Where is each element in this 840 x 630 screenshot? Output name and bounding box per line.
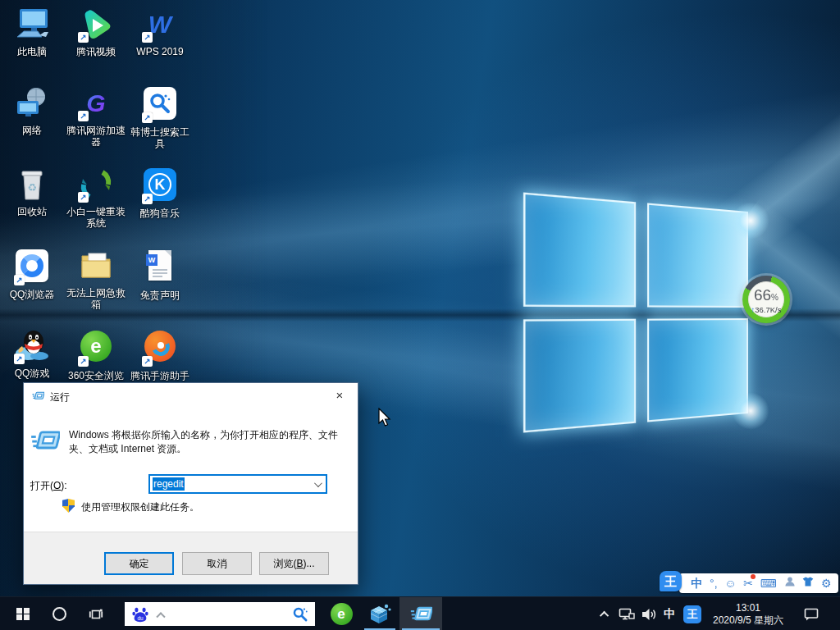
desktop-icon-label: 腾讯网游加速器 (64, 125, 128, 148)
desktop-icon-360-browser[interactable]: e ↗ 360安全浏览 (64, 328, 128, 381)
desktop-icon-label: 无法上网急救箱 (64, 287, 128, 310)
ime-punctuation-icon[interactable]: °, (710, 573, 718, 593)
tray-show-hidden-icons[interactable] (596, 597, 615, 630)
desktop-icon-label: 回收站 (0, 206, 64, 217)
qq-browser-icon: ↗ (14, 249, 50, 285)
desktop-icon-label: QQ浏览器 (0, 289, 64, 300)
desktop-screen: 此电脑 ↗ 腾讯视频 W ↗ WPS 2019 (0, 0, 840, 630)
desktop-icon-tencent-accelerator[interactable]: G ↗ 腾讯网游加速器 (64, 85, 128, 148)
shortcut-arrow-icon: ↗ (78, 32, 89, 43)
speaker-icon (641, 606, 657, 623)
desktop-icon-wps[interactable]: W ↗ WPS 2019 (128, 7, 192, 57)
360-browser-icon: e ↗ (78, 331, 114, 367)
desktop-icon-label: 免责声明 (128, 290, 192, 301)
action-center-button[interactable] (797, 597, 825, 630)
desktop-icon-qq-game[interactable]: ↗ QQ游戏 (0, 328, 64, 379)
tray-volume[interactable] (638, 597, 660, 630)
taskbar-360-browser[interactable]: e (325, 597, 358, 630)
net-speed-widget-face: 66% ↑36.7K/s (748, 281, 784, 317)
clock-date: 2020/9/5 星期六 (713, 614, 783, 627)
ime-settings-gear-icon[interactable]: ⚙ (821, 573, 832, 593)
desktop-icon-recycle-bin[interactable]: ♻ 回收站 (0, 167, 64, 217)
desktop-icon-hanboshi-search[interactable]: ↗ 韩博士搜索工具 (128, 85, 192, 149)
chevron-up-icon[interactable] (156, 612, 165, 621)
tray-sogou-ime[interactable]: 王 (681, 597, 704, 630)
ime-skin-tshirt-icon[interactable] (802, 573, 814, 593)
network-icon (14, 85, 50, 121)
close-icon[interactable]: × (331, 388, 348, 403)
run-command-input[interactable]: regedit (148, 474, 327, 494)
desktop-icon-tencent-gamepad[interactable]: ↗ 腾讯手游助手 (128, 328, 192, 381)
tray-ime-mode[interactable]: 中 (660, 597, 679, 630)
net-speed-floating-widget[interactable]: 66% ↑36.7K/s (742, 276, 790, 323)
cortana-circle-icon (52, 607, 66, 621)
ime-mode-chinese[interactable]: 中 (691, 573, 702, 593)
desktop-icon-disclaimer-doc[interactable]: W 免责声明 (128, 248, 192, 301)
desktop-icon-label: WPS 2019 (128, 46, 192, 57)
sogou-logo-icon: 王 (683, 605, 701, 623)
ime-soft-keyboard-icon[interactable]: ⌨ (760, 573, 777, 593)
desktop-icon-network[interactable]: 网络 (0, 85, 64, 136)
desktop-icon-label: 小白一键重装系统 (64, 206, 128, 229)
sogou-ime-logo[interactable]: 王 (660, 571, 682, 591)
start-button[interactable] (7, 597, 39, 630)
action-center-icon (803, 606, 819, 623)
shortcut-arrow-icon: ↗ (142, 32, 153, 43)
ime-screenshot-scissors-icon[interactable]: ✂ (743, 573, 753, 593)
this-pc-icon (14, 7, 50, 43)
taskbar-cube-app[interactable] (362, 597, 398, 630)
task-view-icon (89, 607, 103, 622)
desktop-icon-this-pc[interactable]: 此电脑 (0, 7, 64, 57)
open-field-label: 打开(O): (30, 479, 67, 493)
browse-button[interactable]: 浏览(B)... (259, 552, 329, 575)
ime-toolbar: 中 °, ☺ ✂ ⌨ ⚙ (679, 573, 838, 593)
run-dialog-description: Windows 将根据你所输入的名称，为你打开相应的程序、文件夹、文档或 Int… (69, 428, 346, 456)
admin-privileges-note: 使用管理权限创建此任务。 (81, 500, 199, 514)
tray-clock[interactable]: 13:01 2020/9/5 星期六 (705, 597, 791, 630)
taskbar-run-window[interactable] (399, 597, 442, 630)
shortcut-arrow-icon: ↗ (14, 275, 25, 285)
run-dialog-titlebar[interactable]: 运行 × (24, 383, 358, 408)
taskbar: du e (0, 596, 840, 630)
task-view-button[interactable] (80, 597, 112, 630)
cancel-button[interactable]: 取消 (182, 552, 252, 575)
desktop-icon-label: 腾讯手游助手 (128, 370, 192, 381)
baidu-search-icon: du (131, 605, 149, 623)
desktop-icon-label: 韩博士搜索工具 (128, 126, 192, 149)
tray-network[interactable] (615, 597, 638, 630)
memory-percent: 66% (749, 287, 783, 305)
svg-text:♻: ♻ (27, 181, 37, 194)
shortcut-arrow-icon: ↗ (142, 194, 153, 204)
network-ethernet-icon (619, 606, 635, 623)
ok-button[interactable]: 确定 (104, 552, 174, 575)
run-icon-large (30, 426, 60, 455)
upload-speed: ↑36.7K/s (749, 305, 783, 315)
shortcut-arrow-icon: ↗ (14, 354, 25, 364)
hanboshi-search-icon: ↗ (142, 87, 178, 123)
desktop-icon-tencent-video[interactable]: ↗ 腾讯视频 (64, 7, 128, 57)
xiaobai-reinstall-icon: ↗ (78, 167, 114, 203)
ime-emoji-icon[interactable]: ☺ (724, 573, 736, 593)
desktop-icon-label: 腾讯视频 (64, 46, 128, 57)
recycle-bin-icon: ♻ (14, 167, 50, 203)
desktop-icon-label: 酷狗音乐 (128, 208, 192, 219)
shortcut-arrow-icon: ↗ (78, 192, 89, 203)
dialog-title: 运行 (50, 390, 70, 404)
desktop-icon-kugou-music[interactable]: K ↗ 酷狗音乐 (128, 167, 192, 219)
chevron-down-icon[interactable] (314, 479, 322, 487)
desktop-icon-label: 360安全浏览 (64, 370, 128, 381)
cortana-button[interactable] (44, 597, 74, 630)
desktop-icon-qq-browser[interactable]: ↗ QQ浏览器 (0, 248, 64, 300)
shortcut-arrow-icon: ↗ (78, 356, 89, 367)
shortcut-arrow-icon: ↗ (142, 356, 153, 367)
shortcut-arrow-icon: ↗ (78, 111, 89, 121)
svg-text:du: du (137, 614, 144, 620)
mouse-cursor (378, 408, 394, 427)
desktop-icon-xiaobai-reinstall[interactable]: ↗ 小白一键重装系统 (64, 167, 128, 229)
desktop-icon-network-aid-folder[interactable]: 无法上网急救箱 (64, 248, 128, 310)
desktop-icon-label: 网络 (0, 125, 64, 136)
qq-game-penguin-icon: ↗ (14, 328, 50, 364)
document-icon: W (142, 250, 178, 286)
ime-account-icon[interactable] (784, 573, 796, 593)
taskbar-search-box[interactable]: du (125, 602, 315, 626)
